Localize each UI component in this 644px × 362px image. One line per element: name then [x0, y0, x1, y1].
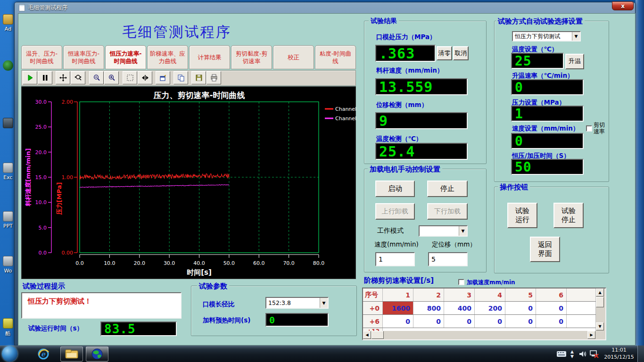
- tab-shear-viscosity[interactable]: 剪切黏度-剪切速率: [231, 45, 272, 69]
- set-displacement-input[interactable]: 5: [428, 252, 468, 266]
- folder-icon: [65, 349, 78, 359]
- back-to-main-button[interactable]: 返回 界面: [530, 237, 560, 262]
- operations-title: 操作按钮: [498, 183, 530, 192]
- scroll-right-icon[interactable]: ▶: [587, 331, 595, 339]
- table-cell[interactable]: 0: [505, 315, 536, 328]
- svg-text:70.0: 70.0: [283, 260, 295, 266]
- fit-axes-button[interactable]: [138, 71, 152, 84]
- properties-button[interactable]: [156, 71, 170, 84]
- svg-text:2.00: 2.00: [62, 99, 74, 105]
- table-cell[interactable]: [567, 315, 596, 328]
- taskbar-explorer-button[interactable]: [60, 346, 83, 362]
- table-cell[interactable]: 800: [413, 302, 444, 314]
- show-desktop-button[interactable]: [637, 346, 644, 362]
- preheat-display: 0: [265, 313, 329, 327]
- tab-temp-pressure-time[interactable]: 温升、压力-时间曲线: [21, 45, 62, 69]
- zero-button[interactable]: 清零: [437, 46, 452, 60]
- tray-volume[interactable]: [579, 346, 587, 362]
- chevron-down-icon[interactable]: ▼: [572, 32, 580, 41]
- save-button[interactable]: [191, 71, 206, 84]
- table-cell[interactable]: 1600: [383, 302, 413, 314]
- table-cell[interactable]: 0: [536, 302, 567, 314]
- start-button[interactable]: [2, 346, 17, 362]
- speaker-icon: [579, 350, 587, 358]
- table-hscrollbar[interactable]: ◀ ▶: [363, 331, 596, 339]
- close-button[interactable]: x: [612, 1, 634, 10]
- desktop-icon[interactable]: Wo: [1, 256, 15, 274]
- scroll-up-icon[interactable]: ▲: [596, 288, 604, 296]
- select-region-button[interactable]: [123, 71, 137, 84]
- desktop-icon[interactable]: Exc: [1, 163, 15, 181]
- table-cell[interactable]: 400: [444, 302, 475, 314]
- shear-table-title: 阶梯剪切速率设置[/s]: [362, 276, 436, 285]
- table-vscrollbar[interactable]: ▲ ▼: [596, 288, 604, 331]
- desktop-icon[interactable]: [1, 60, 15, 72]
- heat-up-button[interactable]: 升温: [565, 54, 584, 69]
- test-stop-button[interactable]: 试验 停止: [553, 203, 584, 228]
- tab-const-rate-pressure[interactable]: 恒速率压力-时间曲线: [63, 45, 104, 69]
- tab-calc-results[interactable]: 计算结果: [189, 45, 230, 69]
- load-speed-checkbox[interactable]: [458, 279, 464, 285]
- table-cell[interactable]: 0: [413, 315, 444, 328]
- table-cell[interactable]: 0: [505, 302, 536, 314]
- process-hint-title: 试验过程提示: [21, 282, 67, 291]
- tray-keyboard[interactable]: [556, 346, 567, 362]
- chevron-down-icon[interactable]: ▼: [459, 226, 467, 236]
- table-cell[interactable]: 0: [475, 315, 505, 328]
- zoom-dynamic-button[interactable]: [71, 71, 85, 84]
- vscroll-thumb[interactable]: [596, 297, 604, 307]
- zoom-out-button[interactable]: [89, 71, 104, 84]
- scroll-down-icon[interactable]: ▼: [596, 322, 604, 330]
- manual-speed-input[interactable]: 1: [375, 252, 415, 266]
- pause-button[interactable]: [38, 71, 52, 84]
- chart-panel: 压力、剪切速率-时间曲线0.05.010.015.020.025.030.0料杆…: [21, 86, 356, 279]
- die-ratio-select[interactable]: 152:3.8 ▼: [265, 297, 329, 309]
- work-mode-select[interactable]: ▼: [419, 225, 468, 237]
- work-mode-label: 工作模式: [377, 227, 404, 235]
- motor-stop-button[interactable]: 停止: [427, 181, 468, 197]
- test-mode-select[interactable]: 恒压力下剪切测试 ▼: [512, 31, 581, 41]
- tab-calibration[interactable]: 校正: [273, 45, 314, 69]
- preheat-label: 加料预热时间(s): [203, 316, 250, 325]
- desktop-icon[interactable]: 酷: [1, 318, 15, 337]
- motor-start-button[interactable]: 启动: [375, 181, 415, 197]
- shear-rate-checkbox[interactable]: [586, 125, 592, 132]
- zoom-in-button[interactable]: [104, 71, 119, 84]
- desktop-icon[interactable]: Ad: [1, 14, 15, 32]
- desktop-icon[interactable]: PPT: [1, 211, 15, 229]
- chevron-down-icon[interactable]: ▼: [320, 298, 328, 308]
- table-cell[interactable]: 200: [475, 302, 505, 314]
- cancel-button[interactable]: 取消: [453, 46, 469, 60]
- taskbar-ie-button[interactable]: e: [34, 346, 53, 362]
- play-button[interactable]: [23, 71, 37, 84]
- tray-overflow-button[interactable]: ▲▼: [570, 346, 574, 362]
- desktop-icon[interactable]: [1, 118, 15, 130]
- table-cell[interactable]: 0: [444, 315, 475, 328]
- tab-viscosity-time[interactable]: 粘度-时间曲线: [315, 45, 356, 69]
- taskbar-app-button[interactable]: [86, 346, 108, 362]
- table-cell[interactable]: [567, 302, 596, 314]
- tab-step-rate-stress[interactable]: 阶梯速率、应力曲线: [147, 45, 188, 69]
- pan-button[interactable]: [56, 71, 70, 84]
- tab-const-pressure-rate[interactable]: 恒压力速率-时间曲线: [105, 45, 146, 69]
- tray-network[interactable]: [589, 346, 599, 362]
- taskbar-clock[interactable]: 11:01 2015/12/15: [604, 347, 634, 361]
- runtime-label: 试验运行时间（s）: [28, 324, 83, 333]
- pressure-axis-label: 压力[MPa]: [56, 182, 63, 215]
- up-unload-button[interactable]: 上行卸载: [375, 203, 415, 220]
- window-titlebar[interactable]: 毛细管测试程序: [14, 2, 636, 13]
- hscroll-thumb[interactable]: [372, 331, 384, 339]
- print-button[interactable]: [206, 71, 221, 84]
- table-row: +0 1600 800 400 200 0 0: [363, 302, 596, 315]
- column-header: 5: [505, 288, 536, 301]
- test-run-button[interactable]: 试验 运行: [507, 203, 537, 228]
- copy-button[interactable]: [173, 71, 188, 84]
- down-load-button[interactable]: 下行加载: [427, 203, 468, 220]
- table-cell[interactable]: 0: [383, 315, 413, 328]
- svg-text:25.0: 25.0: [35, 124, 47, 130]
- table-cell[interactable]: 0: [536, 315, 567, 328]
- play-icon: [26, 74, 34, 82]
- tab-label: 阶梯速率、应力曲线: [149, 50, 186, 65]
- scroll-left-icon[interactable]: ◀: [363, 331, 371, 339]
- svg-text:10.0: 10.0: [104, 260, 116, 266]
